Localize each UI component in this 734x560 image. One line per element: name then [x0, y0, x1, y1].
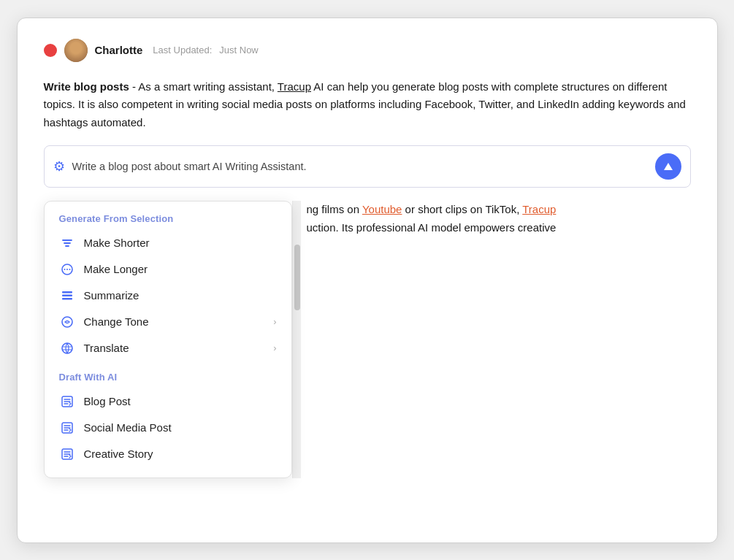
social-media-post-label: Social Media Post: [84, 421, 277, 434]
summarize-label: Summarize: [84, 289, 277, 302]
tracup-link[interactable]: Tracup: [278, 80, 311, 93]
input-placeholder-text[interactable]: Write a blog post about smart AI Writing…: [72, 161, 648, 172]
change-tone-label: Change Tone: [84, 315, 265, 328]
paragraph-bold: Write blog posts: [44, 80, 129, 93]
blog-post-item[interactable]: Blog Post: [45, 388, 291, 415]
creative-story-icon: [59, 448, 75, 461]
scrollbar-track[interactable]: [292, 201, 301, 478]
make-shorter-icon: [59, 237, 75, 250]
summarize-item[interactable]: Summarize: [45, 283, 291, 309]
tracup-link-2[interactable]: Tracup: [522, 203, 556, 215]
right-text-3: uction. Its professional AI model empowe…: [307, 221, 557, 234]
last-updated-value: Just Now: [219, 45, 258, 55]
scrollbar-thumb[interactable]: [294, 245, 300, 310]
avatar: [64, 39, 88, 62]
svg-rect-5: [62, 291, 72, 294]
svg-point-8: [62, 317, 72, 327]
make-longer-label: Make Longer: [84, 263, 277, 275]
status-dot: [44, 44, 57, 57]
svg-point-9: [62, 343, 72, 353]
section2-label: Draft With AI: [45, 370, 291, 388]
creative-story-label: Creative Story: [84, 448, 277, 460]
settings-icon: ⚙: [53, 158, 65, 174]
blog-post-label: Blog Post: [84, 395, 277, 407]
section2: Draft With AI Blog Post: [45, 367, 291, 467]
translate-label: Translate: [84, 342, 265, 354]
paragraph-text: - As a smart writing assistant, Tracup A…: [44, 80, 686, 129]
make-shorter-label: Make Shorter: [84, 237, 277, 249]
last-updated-label: Last Updated:: [153, 45, 212, 55]
right-text-2: or short clips on TikTok,: [402, 203, 522, 215]
triangle-icon: [662, 161, 674, 172]
header: Charlotte Last Updated: Just Now: [44, 39, 691, 62]
social-media-post-item[interactable]: Social Media Post: [45, 415, 291, 441]
make-shorter-item[interactable]: Make Shorter: [45, 230, 291, 256]
blog-post-icon: [59, 395, 75, 408]
main-window: Charlotte Last Updated: Just Now Write b…: [17, 18, 718, 543]
dropdown-menu: Generate From Selection Make Shorter: [44, 201, 292, 478]
change-tone-arrow: ›: [273, 316, 276, 327]
make-longer-item[interactable]: Make Longer: [45, 256, 291, 283]
svg-rect-7: [62, 298, 72, 300]
translate-arrow: ›: [273, 342, 276, 353]
social-media-post-icon: [59, 421, 75, 434]
svg-rect-6: [62, 294, 72, 296]
svg-marker-0: [664, 163, 673, 170]
user-name: Charlotte: [95, 44, 143, 56]
svg-point-2: [64, 269, 65, 270]
make-longer-icon: [59, 263, 75, 276]
translate-icon: [59, 342, 75, 355]
main-paragraph: Write blog posts - As a smart writing as…: [44, 78, 691, 132]
submit-button[interactable]: [655, 153, 681, 180]
right-content-text: ng films on Youtube or short clips on Ti…: [301, 201, 691, 478]
svg-point-3: [66, 269, 68, 270]
content-row: Generate From Selection Make Shorter: [44, 201, 691, 478]
summarize-icon: [59, 289, 75, 302]
youtube-link[interactable]: Youtube: [362, 203, 402, 215]
change-tone-item[interactable]: Change Tone ›: [45, 309, 291, 335]
right-text-1: ng films on: [307, 203, 362, 215]
change-tone-icon: [59, 315, 75, 329]
section1-label: Generate From Selection: [45, 212, 291, 230]
input-bar: ⚙ Write a blog post about smart AI Writi…: [44, 145, 691, 188]
svg-point-4: [69, 269, 70, 270]
creative-story-item[interactable]: Creative Story: [45, 441, 291, 467]
translate-item[interactable]: Translate ›: [45, 335, 291, 361]
